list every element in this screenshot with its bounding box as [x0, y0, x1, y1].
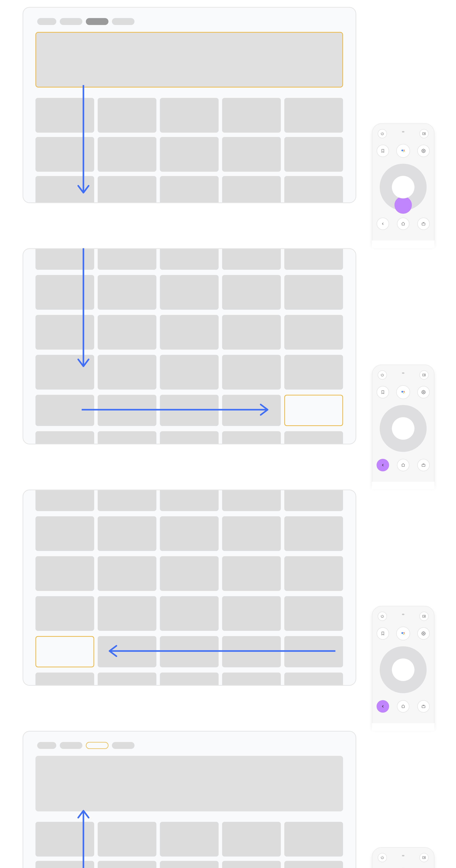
grid-card[interactable]: [284, 490, 343, 511]
grid-card[interactable]: [98, 861, 156, 868]
tab-3-focused[interactable]: [86, 742, 109, 749]
grid-card[interactable]: [284, 98, 343, 133]
grid-card[interactable]: [160, 275, 219, 310]
grid-card[interactable]: [98, 822, 156, 857]
grid-card[interactable]: [222, 275, 281, 310]
grid-card[interactable]: [160, 490, 219, 511]
tab-1[interactable]: [37, 18, 56, 25]
input-button[interactable]: [419, 612, 429, 621]
tab-4[interactable]: [112, 18, 135, 25]
grid-card[interactable]: [222, 556, 281, 591]
grid-card[interactable]: [98, 431, 156, 444]
grid-card[interactable]: [160, 556, 219, 591]
grid-card[interactable]: [35, 596, 94, 631]
grid-card[interactable]: [160, 315, 219, 350]
grid-card[interactable]: [160, 596, 219, 631]
dpad-select[interactable]: [392, 658, 415, 681]
grid-card[interactable]: [284, 315, 343, 350]
grid-card[interactable]: [284, 355, 343, 390]
tab-2[interactable]: [60, 18, 82, 25]
grid-card[interactable]: [35, 673, 94, 686]
grid-card[interactable]: [222, 490, 281, 511]
grid-card[interactable]: [98, 315, 156, 350]
bookmark-button[interactable]: [377, 386, 389, 398]
tab-4[interactable]: [112, 742, 135, 749]
grid-card[interactable]: [98, 516, 156, 551]
grid-card[interactable]: [98, 275, 156, 310]
tab-2[interactable]: [60, 742, 82, 749]
settings-button[interactable]: [417, 145, 430, 157]
assistant-button[interactable]: [396, 144, 410, 158]
grid-card[interactable]: [160, 176, 219, 203]
grid-card[interactable]: [284, 275, 343, 310]
grid-card[interactable]: [98, 556, 156, 591]
grid-card[interactable]: [35, 490, 94, 511]
grid-card[interactable]: [98, 596, 156, 631]
grid-card-focused[interactable]: [35, 636, 94, 667]
grid-card[interactable]: [222, 98, 281, 133]
grid-card[interactable]: [98, 98, 156, 133]
tab-1[interactable]: [37, 742, 56, 749]
livetv-button[interactable]: [417, 700, 430, 713]
grid-card[interactable]: [222, 137, 281, 172]
grid-card[interactable]: [98, 490, 156, 511]
bookmark-button[interactable]: [377, 627, 389, 640]
grid-card[interactable]: [35, 516, 94, 551]
dpad[interactable]: [380, 405, 427, 452]
hero-banner-focused[interactable]: [35, 32, 343, 88]
input-button[interactable]: [419, 129, 429, 138]
grid-card[interactable]: [160, 861, 219, 868]
grid-card[interactable]: [160, 431, 219, 444]
bookmark-button[interactable]: [377, 145, 389, 157]
grid-card[interactable]: [160, 248, 219, 270]
grid-card[interactable]: [284, 431, 343, 444]
assistant-button[interactable]: [396, 626, 410, 641]
livetv-button[interactable]: [417, 218, 430, 230]
grid-card[interactable]: [160, 673, 219, 686]
back-button-active[interactable]: [377, 459, 389, 471]
back-button[interactable]: [377, 218, 389, 230]
grid-card[interactable]: [222, 861, 281, 868]
home-button[interactable]: [397, 218, 409, 230]
grid-card[interactable]: [222, 176, 281, 203]
grid-card[interactable]: [160, 137, 219, 172]
home-button[interactable]: [397, 700, 409, 713]
grid-card-focused[interactable]: [284, 395, 343, 426]
tab-3-active[interactable]: [86, 18, 109, 25]
settings-button[interactable]: [417, 627, 430, 640]
dpad[interactable]: [380, 646, 427, 693]
grid-card[interactable]: [98, 355, 156, 390]
assistant-button[interactable]: [396, 385, 410, 399]
grid-card[interactable]: [160, 355, 219, 390]
grid-card[interactable]: [98, 176, 156, 203]
grid-card[interactable]: [98, 137, 156, 172]
dpad[interactable]: [380, 164, 427, 211]
dpad-select[interactable]: [392, 417, 415, 440]
grid-card[interactable]: [284, 137, 343, 172]
input-button[interactable]: [419, 853, 429, 862]
power-button[interactable]: [378, 612, 387, 621]
grid-card[interactable]: [160, 98, 219, 133]
grid-card[interactable]: [222, 596, 281, 631]
grid-card[interactable]: [98, 248, 156, 270]
grid-card[interactable]: [284, 556, 343, 591]
grid-card[interactable]: [222, 822, 281, 857]
grid-card[interactable]: [222, 431, 281, 444]
power-button[interactable]: [378, 370, 387, 380]
home-button[interactable]: [397, 459, 409, 471]
grid-card[interactable]: [222, 248, 281, 270]
back-button-active[interactable]: [377, 700, 389, 713]
grid-card[interactable]: [284, 516, 343, 551]
dpad-select[interactable]: [392, 176, 415, 198]
grid-card[interactable]: [284, 596, 343, 631]
grid-card[interactable]: [284, 822, 343, 857]
power-button[interactable]: [378, 129, 387, 138]
grid-card[interactable]: [222, 673, 281, 686]
hero-banner[interactable]: [35, 756, 343, 811]
livetv-button[interactable]: [417, 459, 430, 471]
grid-card[interactable]: [284, 673, 343, 686]
grid-card[interactable]: [284, 861, 343, 868]
grid-card[interactable]: [160, 516, 219, 551]
grid-card[interactable]: [98, 673, 156, 686]
grid-card[interactable]: [284, 176, 343, 203]
